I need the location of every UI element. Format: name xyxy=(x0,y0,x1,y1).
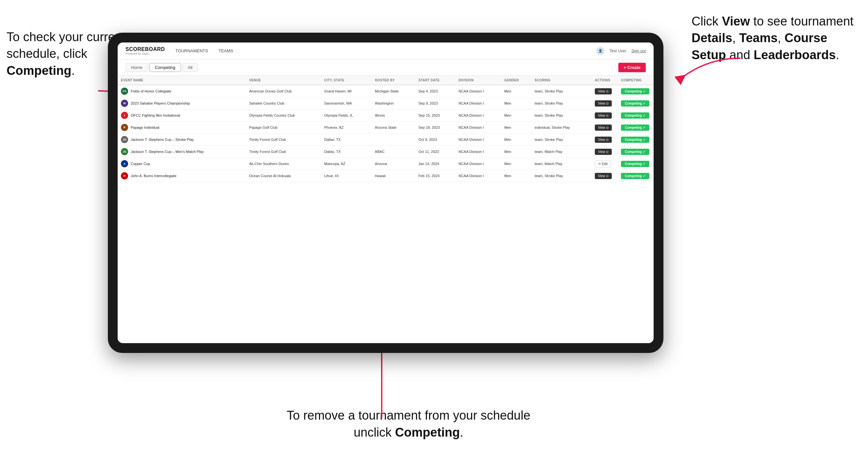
cell-competing: Competing ✓ xyxy=(618,97,654,110)
view-button[interactable]: View ⊙ xyxy=(595,88,612,94)
scoreboard-logo: SCOREBOARD Powered by clippi xyxy=(125,47,165,55)
cell-gender: Men xyxy=(501,122,531,134)
competing-button[interactable]: Competing ✓ xyxy=(621,125,649,131)
cell-division: NCAA Division I xyxy=(455,97,501,110)
view-button[interactable]: View ⊙ xyxy=(595,100,612,106)
annotation-top-left-text: To check your current schedule, click Co… xyxy=(6,30,125,77)
cell-scoring: team, Stroke Play xyxy=(531,134,591,146)
table-row: HJohn A. Burns IntercollegiateOcean Cour… xyxy=(118,170,654,182)
table-row: JSJackson T. Stephens Cup – Stroke PlayT… xyxy=(118,134,654,146)
cell-event-name: IOFCC Fighting Illini Invitational xyxy=(118,110,246,122)
team-logo: W xyxy=(121,100,128,107)
table-row: W2023 Sahalee Players ChampionshipSahale… xyxy=(118,97,654,110)
team-logo: P xyxy=(121,124,128,131)
team-logo: I xyxy=(121,112,128,119)
header-right: 👤 Test User Sign out xyxy=(596,47,646,55)
cell-venue: Trinity Forest Golf Club xyxy=(246,134,321,146)
competing-button[interactable]: Competing ✓ xyxy=(621,173,649,179)
annotation-details-bold: Details xyxy=(691,31,733,45)
cell-venue: American Dunes Golf Club xyxy=(246,85,321,97)
col-actions: ACTIONS xyxy=(591,76,618,85)
cell-event-name: HJohn A. Burns Intercollegiate xyxy=(118,170,246,182)
cell-division: NCAA Division I xyxy=(455,146,501,158)
view-button[interactable]: View ⊙ xyxy=(595,149,612,155)
view-button[interactable]: View ⊙ xyxy=(595,113,612,119)
cell-gender: Men xyxy=(501,134,531,146)
cell-competing: Competing ✓ xyxy=(618,170,654,182)
cell-hosted-by: Michigan State xyxy=(372,85,415,97)
tab-home[interactable]: Home xyxy=(125,63,148,72)
competing-button[interactable]: Competing ✓ xyxy=(621,88,649,94)
tab-all[interactable]: All xyxy=(182,63,198,72)
cell-division: NCAA Division I xyxy=(455,85,501,97)
cell-competing: Competing ✓ xyxy=(618,146,654,158)
cell-competing: Competing ✓ xyxy=(618,122,654,134)
tablet-screen: SCOREBOARD Powered by clippi TOURNAMENTS… xyxy=(118,42,654,343)
view-button[interactable]: View ⊙ xyxy=(595,136,612,143)
tab-competing[interactable]: Competing xyxy=(149,63,181,72)
event-title: Copper Cup xyxy=(131,162,150,166)
table-row: FSFolds of Honor CollegiateAmerican Dune… xyxy=(118,85,654,97)
table-row: JSJackson T. Stephens Cup – Men's Match … xyxy=(118,146,654,158)
team-logo: JS xyxy=(121,148,128,155)
cell-venue: Ak-Chin Southern Dunes xyxy=(246,158,321,170)
nav-teams[interactable]: TEAMS xyxy=(219,47,233,55)
cell-gender: Men xyxy=(501,170,531,182)
cell-start-date: Oct 9, 2023 xyxy=(415,134,455,146)
arrow-right-top xyxy=(662,55,744,88)
competing-button[interactable]: Competing ✓ xyxy=(621,161,649,167)
create-button[interactable]: + Create xyxy=(618,63,646,72)
annotation-bottom: To remove a tournament from your schedul… xyxy=(281,407,536,441)
cell-hosted-by: Hawaii xyxy=(372,170,415,182)
competing-button[interactable]: Competing ✓ xyxy=(621,113,649,119)
nav-tournaments[interactable]: TOURNAMENTS xyxy=(176,47,208,55)
table-header-row: EVENT NAME VENUE CITY, STATE HOSTED BY S… xyxy=(118,76,654,85)
tournaments-table: EVENT NAME VENUE CITY, STATE HOSTED BY S… xyxy=(118,76,654,182)
cell-event-name: ACopper Cup xyxy=(118,158,246,170)
cell-start-date: Feb 15, 2024 xyxy=(415,170,455,182)
cell-venue: Ocean Course At Hokuala xyxy=(246,170,321,182)
event-title: Papago Individual xyxy=(131,125,159,129)
cell-actions: View ⊙ xyxy=(591,110,618,122)
annotation-bottom-text: To remove a tournament from your schedul… xyxy=(287,408,530,439)
annotation-bottom-competing-bold: Competing xyxy=(395,426,460,439)
view-button[interactable]: View ⊙ xyxy=(595,125,612,131)
col-gender: GENDER xyxy=(501,76,531,85)
tablet-device: SCOREBOARD Powered by clippi TOURNAMENTS… xyxy=(108,33,663,353)
cell-venue: Olympia Fields Country Club xyxy=(246,110,321,122)
col-venue: VENUE xyxy=(246,76,321,85)
cell-gender: Men xyxy=(501,85,531,97)
col-competing: COMPETING xyxy=(618,76,654,85)
edit-button[interactable]: ✏ Edit xyxy=(595,160,611,167)
view-button[interactable]: View ⊙ xyxy=(595,173,612,179)
cell-scoring: team, Stroke Play xyxy=(531,170,591,182)
event-title: Jackson T. Stephens Cup – Stroke Play xyxy=(131,137,194,142)
cell-gender: Men xyxy=(501,146,531,158)
cell-actions: View ⊙ xyxy=(591,85,618,97)
annotation-teams-bold: Teams xyxy=(739,31,778,45)
cell-actions: View ⊙ xyxy=(591,97,618,110)
col-scoring: SCORING xyxy=(531,76,591,85)
cell-scoring: team, Stroke Play xyxy=(531,85,591,97)
cell-city-state: Sammamish, WA xyxy=(321,97,372,110)
event-title: John A. Burns Intercollegiate xyxy=(131,174,177,178)
competing-button[interactable]: Competing ✓ xyxy=(621,100,649,106)
cell-scoring: team, Stroke Play xyxy=(531,97,591,110)
cell-competing: Competing ✓ xyxy=(618,158,654,170)
cell-city-state: Grand Haven, MI xyxy=(321,85,372,97)
competing-button[interactable]: Competing ✓ xyxy=(621,149,649,155)
cell-scoring: team, Match Play xyxy=(531,158,591,170)
cell-hosted-by: Washington xyxy=(372,97,415,110)
cell-event-name: W2023 Sahalee Players Championship xyxy=(118,97,246,110)
filter-tabs: Home Competing All xyxy=(125,63,198,72)
cell-division: NCAA Division I xyxy=(455,122,501,134)
col-event-name: EVENT NAME xyxy=(118,76,246,85)
event-title: OFCC Fighting Illini Invitational xyxy=(131,114,180,117)
cell-start-date: Sep 4, 2023 xyxy=(415,85,455,97)
sign-out-link[interactable]: Sign out xyxy=(631,49,646,53)
header-left: SCOREBOARD Powered by clippi TOURNAMENTS… xyxy=(125,47,233,55)
col-start-date: START DATE xyxy=(415,76,455,85)
cell-city-state: Phoenix, AZ xyxy=(321,122,372,134)
competing-button[interactable]: Competing ✓ xyxy=(621,136,649,143)
cell-competing: Competing ✓ xyxy=(618,110,654,122)
